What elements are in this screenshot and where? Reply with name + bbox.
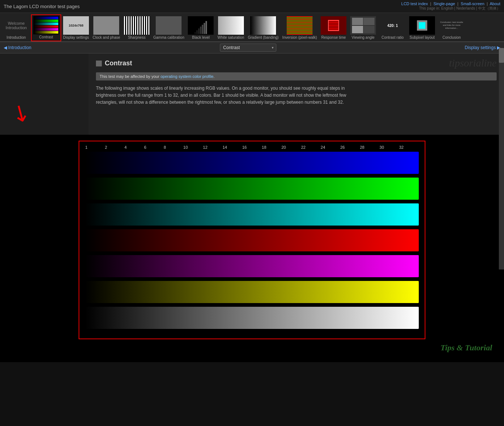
nav-item-conclusion[interactable]: Conclusion: test results and links for m…: [437, 15, 466, 41]
nav-label-subpixel: Subpixel layout: [410, 35, 435, 39]
nav-thumb-white: [218, 16, 244, 35]
toolbar-left: ◀ Introduction: [4, 45, 31, 50]
nav-item-clock[interactable]: Clock and phase: [91, 15, 122, 41]
small-screen-link[interactable]: Small-screen: [461, 1, 484, 6]
bar-cyan: [85, 203, 419, 226]
nav-thumb-gradient: [250, 16, 276, 35]
nav-thumb-inversion: [287, 16, 313, 35]
nav-label-sharpness: Sharpness: [128, 35, 146, 39]
lcd-test-link[interactable]: LCD test index: [401, 1, 428, 6]
nav-item-sharpness[interactable]: Sharpness: [122, 15, 152, 41]
nav-item-contrast[interactable]: Contrast: [31, 14, 61, 41]
nav-label-contrast-ratio: Contrast ratio: [382, 35, 404, 39]
scale-20: 20: [282, 145, 301, 150]
toolbar-right: Display settings ▶: [465, 45, 500, 50]
nav-item-subpixel[interactable]: Subpixel layout: [407, 15, 437, 41]
about-link[interactable]: About: [490, 1, 500, 6]
bar-white: [85, 307, 419, 329]
single-page-link[interactable]: Single-page: [434, 1, 455, 6]
scale-26: 26: [340, 145, 360, 150]
scale-6: 6: [144, 145, 164, 150]
nav-label-inversion: Inversion (pixel-walk): [282, 35, 317, 39]
scale-24: 24: [321, 145, 340, 150]
page-select[interactable]: Welcome / Introduction Contrast Display …: [220, 44, 276, 52]
main-content: ↖ tipsorialine Contrast This test may be…: [0, 54, 504, 135]
nav-label-white: White saturation: [217, 35, 244, 39]
nav-label-display: Display settings: [63, 35, 89, 39]
page-title: Contrast: [105, 59, 132, 67]
scale-14: 14: [222, 145, 242, 150]
nav-label-contrast: Contrast: [39, 35, 53, 39]
scale-28: 28: [360, 145, 379, 150]
nav-thumb-subpixel: [409, 16, 435, 35]
scale-12: 12: [203, 145, 222, 150]
right-panel: tipsorialine Contrast This test may be a…: [89, 54, 504, 135]
info-suffix: .: [214, 74, 215, 79]
top-links: LCD test index | Single-page | Small-scr…: [401, 1, 500, 6]
nav-item-inversion[interactable]: Inversion (pixel-walk): [280, 15, 319, 41]
scale-18: 18: [262, 145, 282, 150]
prev-button[interactable]: ◀ Introduction: [4, 45, 31, 50]
nav-item-display[interactable]: 1024x768 Display settings: [61, 15, 91, 41]
nav-item-gamma[interactable]: Gamma calibration: [152, 15, 186, 41]
nav-label-conclusion: Conclusion: [442, 35, 460, 39]
nav-thumb-black: [188, 16, 214, 35]
nav-label-welcome: Introduction: [7, 35, 26, 39]
nav-label-clock: Clock and phase: [93, 35, 120, 39]
info-text: This test may be affected by your: [100, 74, 160, 79]
nav-item-viewing[interactable]: Viewing angle: [348, 15, 378, 41]
nav-thumb-contrast-ratio: 420: 1: [380, 16, 405, 35]
nav-bar: WelcomeIntroduction Introduction Contras…: [0, 13, 504, 42]
scale-numbers: 1 2 4 6 8 10 12 14 16 18 20 22 24 26 28 …: [85, 145, 419, 150]
next-button[interactable]: Display settings ▶: [465, 45, 500, 50]
scale-10: 10: [183, 145, 203, 150]
top-bar: The Lagom LCD monitor test pages LCD tes…: [0, 0, 504, 13]
left-panel: ↖: [0, 54, 89, 135]
nav-label-viewing: Viewing angle: [352, 35, 374, 39]
nav-label-response: Response time: [321, 35, 346, 39]
nav-thumb-conclusion: Conclusion: test results and links for m…: [439, 16, 465, 35]
bar-red: [85, 229, 419, 251]
nav-label-black: Black level: [192, 35, 210, 39]
toolbar: ◀ Introduction Welcome / Introduction Co…: [0, 42, 504, 54]
nav-item-response[interactable]: Response time: [319, 15, 348, 41]
scrollbar[interactable]: [499, 48, 504, 269]
nav-label-gradient: Gradient (banding): [248, 35, 279, 39]
nav-thumb-clock: [93, 16, 119, 35]
bar-magenta: [85, 255, 419, 277]
nav-thumb-welcome: WelcomeIntroduction: [3, 16, 29, 35]
scale-8: 8: [164, 145, 183, 150]
page-title-container: Contrast: [96, 59, 497, 67]
lang-line: This page in: English | Nederlands | 中文（…: [401, 6, 500, 11]
nav-item-gradient[interactable]: Gradient (banding): [246, 15, 280, 41]
bar-blue: [85, 152, 419, 174]
bar-green: [85, 178, 419, 200]
nav-item-black[interactable]: Black level: [186, 15, 215, 41]
nav-thumb-sharpness: [124, 16, 150, 35]
color-bars-section: 1 2 4 6 8 10 12 14 16 18 20 22 24 26 28 …: [0, 135, 504, 362]
nav-label-gamma: Gamma calibration: [153, 35, 184, 39]
nav-thumb-response: [321, 16, 346, 35]
scale-4: 4: [124, 145, 144, 150]
nav-item-white[interactable]: White saturation: [215, 15, 246, 41]
site-title: The Lagom LCD monitor test pages: [4, 4, 80, 9]
red-arrow: ↖: [6, 99, 35, 130]
scale-2: 2: [105, 145, 124, 150]
scroll-thumb[interactable]: [499, 48, 504, 63]
scale-22: 22: [301, 145, 321, 150]
color-profile-link[interactable]: operating system color profile: [160, 74, 214, 79]
nav-item-contrast-ratio[interactable]: 420: 1 Contrast ratio: [378, 15, 407, 41]
nav-thumb-display: 1024x768: [63, 16, 89, 35]
page-select-wrapper[interactable]: Welcome / Introduction Contrast Display …: [220, 44, 276, 52]
nav-item-welcome[interactable]: WelcomeIntroduction Introduction: [1, 15, 31, 41]
scale-1: 1: [85, 145, 105, 150]
scale-30: 30: [380, 145, 399, 150]
nav-thumb-viewing: [350, 16, 376, 35]
color-bars-container: 1 2 4 6 8 10 12 14 16 18 20 22 24 26 28 …: [79, 141, 425, 339]
tips-watermark: Tips & Tutorial: [6, 339, 498, 356]
bar-yellow: [85, 281, 419, 303]
scale-32: 32: [399, 145, 419, 150]
info-box: This test may be affected by your operat…: [96, 72, 497, 80]
nav-thumb-gamma: [156, 16, 182, 35]
title-icon: [96, 61, 102, 66]
